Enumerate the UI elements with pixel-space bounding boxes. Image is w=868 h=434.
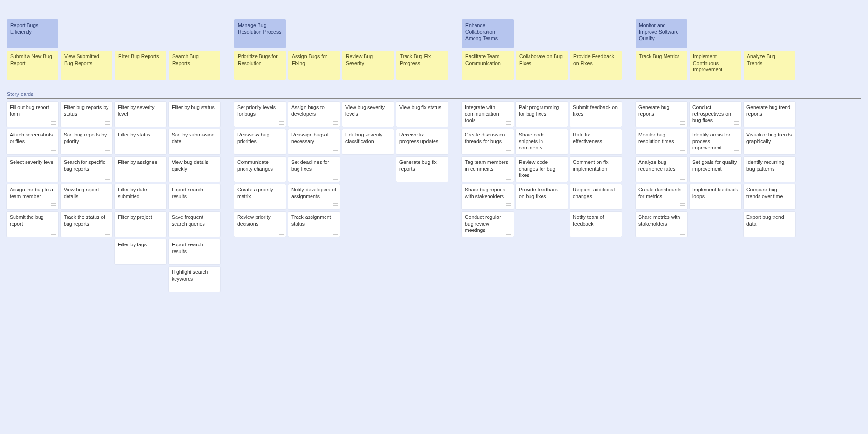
story-card[interactable]: Export bug trend data	[744, 212, 795, 237]
feature-card[interactable]: Assign Bugs for Fixing	[288, 51, 340, 80]
story-card[interactable]: Filter by project	[115, 212, 166, 237]
story-card[interactable]: Comment on fix implementation	[570, 157, 622, 182]
story-card[interactable]: Create dashboards for metrics	[636, 184, 687, 209]
story-card[interactable]: Share bug reports with stakeholders	[462, 184, 514, 209]
story-card[interactable]: Request additional changes	[570, 184, 622, 209]
story-card[interactable]: Notify developers of assignments	[288, 184, 340, 209]
feature-card[interactable]: Prioritize Bugs for Resolution	[234, 51, 286, 80]
story-card[interactable]: Attach screenshots or files	[7, 129, 58, 154]
story-card[interactable]: Track the status of bug reports	[61, 212, 112, 237]
story-card[interactable]: Submit feedback on fixes	[570, 102, 622, 127]
story-card[interactable]: Conduct retrospectives on bug fixes	[690, 102, 741, 127]
list-icon	[506, 149, 511, 152]
feature-card[interactable]: Analyze Bug Trends	[744, 51, 795, 80]
feature-card[interactable]: Submit a New Bug Report	[7, 51, 58, 80]
feature-card[interactable]: Track Bug Fix Progress	[396, 51, 448, 80]
list-icon	[51, 203, 56, 207]
group-gap	[624, 102, 633, 292]
story-card[interactable]: Filter bug reports by status	[61, 102, 112, 127]
story-card[interactable]: Reassign bugs if necessary	[288, 129, 340, 154]
story-column: Generate bug trend reportsVisualize bug …	[744, 102, 795, 292]
story-card[interactable]: Submit the bug report	[7, 212, 58, 237]
feature-card[interactable]: Implement Continuous Improvement	[690, 51, 741, 80]
story-card[interactable]: Tag team members in comments	[462, 157, 514, 182]
story-card[interactable]: Assign bugs to developers	[288, 102, 340, 127]
story-card[interactable]: Generate bug trend reports	[744, 102, 795, 127]
story-card[interactable]: View bug report details	[61, 184, 112, 209]
story-card-text: Pair programming for bug fixes	[519, 104, 559, 117]
story-card[interactable]: Integrate with communication tools	[462, 102, 514, 127]
story-card-text: Filter by tags	[118, 242, 147, 247]
story-card[interactable]: Communicate priority changes	[234, 157, 286, 182]
feature-card[interactable]: Review Bug Severity	[342, 51, 394, 80]
story-card[interactable]: Set deadlines for bug fixes	[288, 157, 340, 182]
feature-card[interactable]: Search Bug Reports	[169, 51, 220, 80]
story-card[interactable]: Reassess bug priorities	[234, 129, 286, 154]
story-card[interactable]: Share metrics with stakeholders	[636, 212, 687, 237]
feature-card[interactable]: View Submitted Bug Reports	[61, 51, 112, 80]
story-card[interactable]: Assign the bug to a team member	[7, 184, 58, 209]
story-card[interactable]: Highlight search keywords	[169, 267, 220, 292]
story-card[interactable]: Filter by tags	[115, 239, 166, 264]
story-card[interactable]: Generate bug fix reports	[396, 157, 448, 182]
story-card[interactable]: Set goals for quality improvement	[690, 157, 741, 182]
epic-card[interactable]: Report Bugs Efficiently	[7, 19, 58, 48]
story-card[interactable]: Filter by date submitted	[115, 184, 166, 209]
story-card[interactable]: Notify team of feedback	[570, 212, 622, 237]
story-card[interactable]: Select severity level	[7, 157, 58, 182]
story-card[interactable]: Share code snippets in comments	[516, 129, 568, 154]
feature-card[interactable]: Facilitate Team Communication	[462, 51, 514, 80]
story-card[interactable]: Visualize bug trends graphically	[744, 129, 795, 154]
story-card[interactable]: Rate fix effectiveness	[570, 129, 622, 154]
feature-card[interactable]: Collaborate on Bug Fixes	[516, 51, 568, 80]
story-card-text: Attach screenshots or files	[10, 132, 53, 144]
story-card[interactable]: Compare bug trends over time	[744, 184, 795, 209]
story-card[interactable]: Review code changes for bug fixes	[516, 157, 568, 182]
story-card-text: Identify recurring bug patterns	[746, 159, 784, 172]
story-card[interactable]: Set priority levels for bugs	[234, 102, 286, 127]
epic-card[interactable]: Monitor and Improve Software Quality	[636, 19, 687, 48]
story-card[interactable]: Provide feedback on bug fixes	[516, 184, 568, 209]
story-card[interactable]: Generate bug reports	[636, 102, 687, 127]
epic-card[interactable]: Manage Bug Resolution Process	[234, 19, 286, 48]
story-card[interactable]: Conduct regular bug review meetings	[462, 212, 514, 237]
feature-card[interactable]: Provide Feedback on Fixes	[570, 51, 622, 80]
story-card[interactable]: Analyze bug recurrence rates	[636, 157, 687, 182]
feature-card[interactable]: Track Bug Metrics	[636, 51, 687, 80]
story-card[interactable]: Search for specific bug reports	[61, 157, 112, 182]
story-card[interactable]: Filter by status	[115, 129, 166, 154]
story-card[interactable]: Monitor bug resolution times	[636, 129, 687, 154]
story-card-text: Conduct retrospectives on bug fixes	[692, 104, 731, 123]
story-card[interactable]: Review priority decisions	[234, 212, 286, 237]
story-card-text: Assign bugs to developers	[291, 104, 325, 117]
story-card-text: Monitor bug resolution times	[638, 132, 674, 144]
epic-card[interactable]: Enhance Collaboration Among Teams	[462, 19, 514, 48]
story-card[interactable]: View bug fix status	[396, 102, 448, 127]
story-card[interactable]: Export search results	[169, 184, 220, 209]
story-card[interactable]: Fill out bug report form	[7, 102, 58, 127]
story-card[interactable]: Identify areas for process improvement	[690, 129, 741, 154]
story-card[interactable]: Sort bug reports by priority	[61, 129, 112, 154]
story-card[interactable]: Filter by bug status	[169, 102, 220, 127]
story-card[interactable]: Create discussion threads for bugs	[462, 129, 514, 154]
feature-card[interactable]: Filter Bug Reports	[115, 51, 166, 80]
story-card[interactable]: Filter by severity level	[115, 102, 166, 127]
story-card-text: Comment on fix implementation	[573, 159, 609, 172]
story-card-text: Compare bug trends over time	[746, 187, 783, 199]
story-card[interactable]: Sort by submission date	[169, 129, 220, 154]
story-card[interactable]: Save frequent search queries	[169, 212, 220, 237]
story-card-text: Export search results	[172, 242, 203, 254]
story-card[interactable]: Identify recurring bug patterns	[744, 157, 795, 182]
story-card[interactable]: View bug details quickly	[169, 157, 220, 182]
story-card-text: Sort bug reports by priority	[64, 132, 107, 144]
story-card-text: Tag team members in comments	[465, 159, 508, 172]
story-card[interactable]: Pair programming for bug fixes	[516, 102, 568, 127]
story-card[interactable]: Filter by assignee	[115, 157, 166, 182]
story-card[interactable]: Track assignment status	[288, 212, 340, 237]
story-card[interactable]: Receive fix progress updates	[396, 129, 448, 154]
story-card[interactable]: Create a priority matrix	[234, 184, 286, 209]
story-card[interactable]: View bug severity levels	[342, 102, 394, 127]
story-card[interactable]: Implement feedback loops	[690, 184, 741, 209]
story-card[interactable]: Edit bug severity classification	[342, 129, 394, 154]
story-card[interactable]: Export search results	[169, 239, 220, 264]
